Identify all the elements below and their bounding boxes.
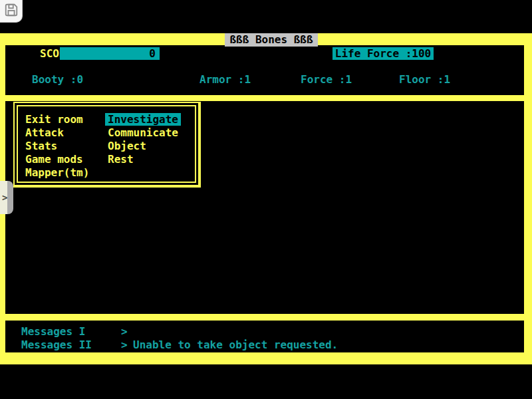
force-stat: Force :1 [301,73,352,86]
messages-1-prompt: > [121,325,128,338]
game-screen: ßßß Bones ßßß SCORE: 0 Life Force :100 B… [0,0,532,399]
menu-item-game-mods[interactable]: Game mods [25,153,83,166]
life-force-badge: Life Force :100 [332,47,434,60]
messages-2-text: Unable to take object requested. [133,338,338,351]
chevron-right-icon: > [2,193,7,202]
messages-2-prompt: > [121,338,128,351]
armor-stat: Armor :1 [200,73,251,86]
floppy-disk-icon [4,3,19,20]
booty-stat: Booty :0 [32,73,83,86]
menu-item-exit-room[interactable]: Exit room [25,113,83,126]
menu-item-mapper[interactable]: Mapper(tm) [25,166,89,179]
messages-1-label: Messages I [21,325,85,338]
menu-item-rest[interactable]: Rest [108,153,134,166]
save-button[interactable] [0,0,23,23]
menu-item-communicate[interactable]: Communicate [108,126,178,139]
menu-item-investigate[interactable]: Investigate [105,113,181,126]
floor-stat: Floor :1 [399,73,450,86]
sidebar-expand-handle[interactable]: > [0,181,13,214]
score-bar: 0 [60,47,160,60]
menu-item-attack[interactable]: Attack [25,126,64,139]
menu-item-stats[interactable]: Stats [25,140,57,152]
menu-item-object[interactable]: Object [108,140,146,152]
window-title: ßßß Bones ßßß [225,33,318,47]
messages-2-label: Messages II [21,338,92,351]
